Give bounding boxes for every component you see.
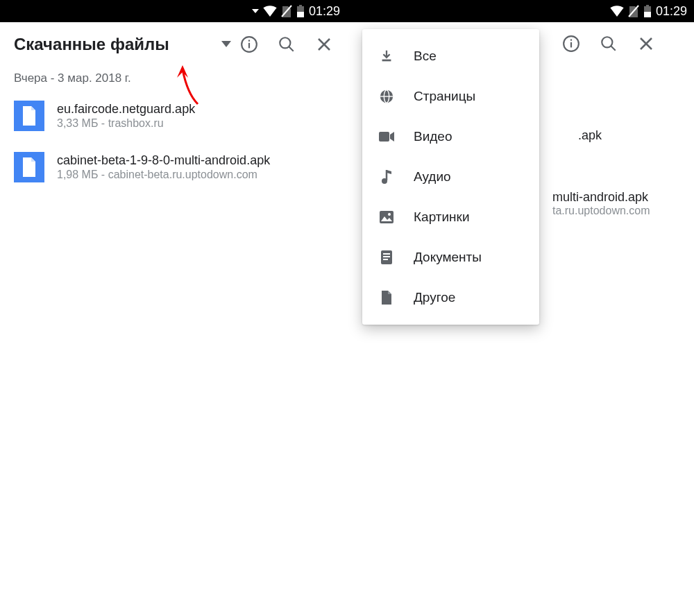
svg-point-29	[388, 213, 391, 216]
file-list: eu.faircode.netguard.apk 3,33 МБ - trash…	[0, 92, 347, 195]
svg-point-27	[382, 178, 387, 184]
menu-label: Все	[414, 49, 437, 64]
menu-item-pages[interactable]: Страницы	[362, 76, 539, 117]
svg-rect-28	[380, 211, 393, 223]
svg-rect-32	[383, 256, 390, 257]
svg-rect-22	[382, 60, 391, 62]
svg-point-7	[280, 38, 290, 49]
menu-item-images[interactable]: Картинки	[362, 197, 539, 237]
file-name: eu.faircode.netguard.apk	[57, 101, 195, 117]
menu-label: Страницы	[414, 89, 475, 104]
svg-rect-33	[383, 259, 388, 260]
file-row-fragment: multi-android.apk ta.ru.uptodown.com	[552, 190, 650, 217]
video-icon	[378, 128, 396, 146]
wifi-icon	[610, 6, 624, 17]
file-name: cabinet-beta-1-9-8-0-multi-android.apk	[57, 153, 270, 169]
svg-rect-13	[644, 12, 651, 17]
close-button[interactable]	[315, 35, 333, 53]
file-row[interactable]: eu.faircode.netguard.apk 3,33 МБ - trash…	[14, 92, 333, 144]
audio-icon	[378, 168, 396, 186]
info-button[interactable]	[240, 35, 258, 53]
menu-item-documents[interactable]: Документы	[362, 237, 539, 277]
file-meta: 3,33 МБ - trashbox.ru	[57, 117, 195, 130]
info-button[interactable]	[562, 35, 580, 53]
page-title: Скачанные файлы	[14, 35, 219, 55]
battery-icon	[643, 5, 652, 17]
images-icon	[378, 208, 396, 226]
svg-rect-14	[646, 5, 649, 6]
svg-rect-16	[570, 42, 572, 48]
info-icon	[562, 35, 580, 53]
no-sim-icon	[628, 5, 639, 17]
svg-rect-17	[570, 40, 572, 41]
file-row[interactable]: cabinet-beta-1-9-8-0-multi-android.apk 1…	[14, 144, 333, 195]
svg-line-19	[611, 46, 616, 51]
menu-item-audio[interactable]: Аудио	[362, 157, 539, 197]
filter-dropdown-trigger[interactable]	[219, 37, 233, 51]
menu-item-other[interactable]: Другое	[362, 277, 539, 318]
close-icon	[316, 36, 332, 53]
menu-label: Аудио	[414, 169, 451, 185]
status-bar: 01:29	[0, 0, 347, 22]
svg-rect-3	[299, 5, 302, 6]
status-time: 01:29	[656, 4, 687, 19]
close-button[interactable]	[637, 35, 655, 53]
file-row-fragment: .apk	[578, 128, 602, 143]
menu-item-all[interactable]: Все	[362, 36, 539, 76]
date-heading: Вчера - 3 мар. 2018 г.	[0, 60, 347, 92]
status-bar: 01:29	[347, 0, 694, 22]
search-icon	[278, 35, 296, 53]
wifi-icon	[263, 6, 277, 17]
info-icon	[240, 35, 258, 53]
svg-line-8	[289, 47, 294, 52]
menu-label: Другое	[414, 290, 455, 305]
app-bar: Скачанные файлы	[0, 22, 347, 60]
download-icon	[378, 47, 396, 65]
filter-dropdown-menu: Все Страницы Видео Аудио Картинки	[362, 29, 539, 325]
file-icon	[14, 101, 44, 131]
svg-rect-2	[297, 12, 304, 17]
search-icon	[600, 35, 618, 53]
caret-down-icon	[252, 8, 259, 15]
svg-rect-26	[379, 132, 389, 142]
file-icon	[14, 152, 44, 182]
menu-label: Видео	[414, 129, 452, 144]
phone-right: 01:29 .apk multi-android.apk ta.ru.uptod…	[347, 0, 694, 616]
status-time: 01:29	[309, 4, 340, 19]
close-icon	[638, 35, 654, 52]
svg-rect-31	[383, 253, 390, 255]
menu-label: Документы	[414, 250, 482, 265]
menu-item-video[interactable]: Видео	[362, 117, 539, 157]
search-button[interactable]	[278, 35, 296, 53]
menu-label: Картинки	[414, 209, 470, 225]
svg-rect-5	[248, 43, 250, 49]
svg-rect-6	[248, 40, 250, 42]
status-icons: 01:29	[610, 4, 687, 19]
phone-left: 01:29 Скачанные файлы Вчера - 3 мар. 201…	[0, 0, 347, 616]
docs-icon	[378, 248, 396, 266]
svg-point-18	[602, 37, 612, 47]
other-icon	[378, 289, 396, 307]
triangle-down-icon	[221, 41, 231, 48]
file-meta: 1,98 МБ - cabinet-beta.ru.uptodown.com	[57, 169, 270, 181]
battery-icon	[296, 5, 305, 17]
status-icons: 01:29	[252, 4, 340, 19]
no-sim-icon	[281, 5, 292, 17]
globe-icon	[378, 87, 396, 105]
search-button[interactable]	[600, 35, 618, 53]
